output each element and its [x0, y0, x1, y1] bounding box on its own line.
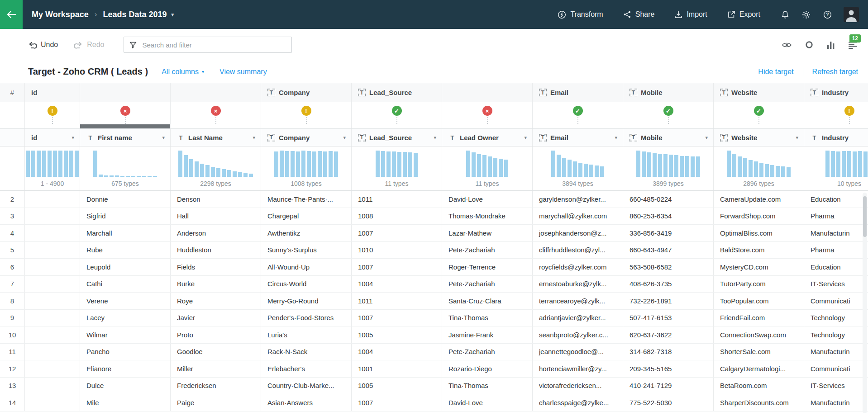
histogram-lead_source[interactable]: 11 types: [352, 147, 442, 190]
histogram-mobile[interactable]: 3899 types: [623, 147, 714, 190]
cell-email[interactable]: hortenciawmiller@zy...: [533, 360, 623, 377]
cell-lead_owner[interactable]: Pete·Zachariah: [442, 276, 533, 293]
target-column-industry[interactable]: TIndustry: [804, 83, 868, 102]
search-input[interactable]: [142, 41, 286, 49]
cell-website[interactable]: MysteryCD.com: [714, 259, 804, 275]
column-header-website[interactable]: TWebsite▾: [714, 129, 804, 146]
cell-email[interactable]: roycfields@zylker.com: [533, 259, 623, 275]
target-column-website[interactable]: TWebsite: [714, 83, 804, 102]
histogram-email[interactable]: 3894 types: [533, 147, 623, 190]
target-column-last_name[interactable]: [171, 83, 261, 102]
cell-lead_owner[interactable]: David·Love: [442, 394, 533, 411]
cell-mobile[interactable]: 410-241-7129: [623, 378, 714, 394]
column-header-lead_owner[interactable]: TLead Owner▾: [442, 129, 533, 146]
cell-company[interactable]: Sunny's·Surplus: [261, 242, 352, 259]
cell-id[interactable]: [25, 394, 80, 411]
cell-first_name[interactable]: Verene: [80, 293, 171, 309]
help-button[interactable]: ?: [823, 10, 832, 19]
chevron-down-icon[interactable]: ▾: [68, 135, 74, 141]
status-ok-icon[interactable]: ✓: [392, 106, 402, 116]
cell-last_name[interactable]: Fredericksen: [171, 378, 261, 394]
cell-id[interactable]: [25, 326, 80, 343]
cell-company[interactable]: Chargepal: [261, 208, 352, 225]
cell-last_name[interactable]: Proto: [171, 326, 261, 343]
cell-lead_source[interactable]: 1005: [352, 378, 442, 394]
chevron-down-icon[interactable]: ▾: [701, 135, 708, 141]
cell-industry[interactable]: Manufacturin: [804, 225, 868, 241]
cell-last_name[interactable]: Anderson: [171, 225, 261, 241]
cell-lead_owner[interactable]: Tina·Thomas: [442, 310, 533, 326]
status-error-icon[interactable]: ×: [211, 106, 221, 116]
data-quality-button[interactable]: [805, 41, 813, 49]
cell-email[interactable]: victorafredericksen...: [533, 378, 623, 394]
status-warning-icon[interactable]: !: [844, 106, 854, 116]
show-columns-button[interactable]: [782, 42, 792, 48]
cell-lead_owner[interactable]: Thomas·Mondrake: [442, 208, 533, 225]
chevron-down-icon[interactable]: ▾: [339, 135, 346, 141]
cell-lead_source[interactable]: 1011: [352, 191, 442, 208]
import-button[interactable]: Import: [672, 10, 710, 19]
cell-mobile[interactable]: 775-522-5030: [623, 394, 714, 411]
cell-industry[interactable]: Technology: [804, 310, 868, 326]
cell-website[interactable]: BetaRoom.com: [714, 378, 804, 394]
cell-mobile[interactable]: 507-417-6153: [623, 310, 714, 326]
cell-lead_owner[interactable]: David·Love: [442, 191, 533, 208]
histogram-id[interactable]: 1 - 4900: [25, 147, 80, 190]
cell-email[interactable]: cliffrhuddleston@zyl...: [533, 242, 623, 259]
cell-mobile[interactable]: 336-856-3419: [623, 225, 714, 241]
cell-lead_source[interactable]: 1005: [352, 326, 442, 343]
notifications-button[interactable]: [781, 10, 789, 19]
cell-website[interactable]: ShorterSale.com: [714, 344, 804, 360]
cell-lead_source[interactable]: 1001: [352, 360, 442, 377]
histogram-first_name[interactable]: 675 types: [80, 147, 171, 190]
cell-mobile[interactable]: 563-508-6582: [623, 259, 714, 275]
cell-lead_owner[interactable]: Pete·Zachariah: [442, 242, 533, 259]
cell-last_name[interactable]: Fields: [171, 259, 261, 275]
target-column-lead_owner[interactable]: [442, 83, 533, 102]
column-header-industry[interactable]: TIndustry▾: [804, 129, 868, 146]
cell-id[interactable]: [25, 360, 80, 377]
cell-id[interactable]: [25, 259, 80, 275]
avatar[interactable]: [844, 7, 859, 22]
cell-industry[interactable]: Education: [804, 259, 868, 275]
column-header-id[interactable]: id▾: [25, 129, 80, 146]
status-error-icon[interactable]: ×: [482, 106, 492, 116]
cell-industry[interactable]: Communicati: [804, 360, 868, 377]
cell-last_name[interactable]: Hall: [171, 208, 261, 225]
cell-website[interactable]: OptimalBliss.com: [714, 225, 804, 241]
scrollbar-thumb[interactable]: [863, 196, 867, 237]
cell-email[interactable]: josephkanderson@z...: [533, 225, 623, 241]
histogram-company[interactable]: 1008 types: [261, 147, 352, 190]
cell-id[interactable]: [25, 225, 80, 241]
cell-first_name[interactable]: Mile: [80, 394, 171, 411]
hide-target-link[interactable]: Hide target: [758, 68, 793, 76]
chevron-down-icon[interactable]: ▾: [249, 135, 255, 141]
view-summary-link[interactable]: View summary: [219, 68, 267, 76]
cell-last_name[interactable]: Paige: [171, 394, 261, 411]
target-column-lead_source[interactable]: TLead_Source: [352, 83, 442, 102]
settings-button[interactable]: [802, 10, 811, 19]
column-header-email[interactable]: TEmail▾: [533, 129, 623, 146]
cell-company[interactable]: Erlebacher's: [261, 360, 352, 377]
cell-email[interactable]: ernestoaburke@zylk...: [533, 276, 623, 293]
cell-email[interactable]: terrancearoye@zylk...: [533, 293, 623, 309]
status-warning-icon[interactable]: !: [48, 106, 57, 116]
cell-lead_owner[interactable]: Lazar·Mathew: [442, 225, 533, 241]
cell-website[interactable]: CameraUpdate.com: [714, 191, 804, 208]
status-ok-icon[interactable]: ✓: [663, 106, 673, 116]
cell-id[interactable]: [25, 191, 80, 208]
refresh-target-link[interactable]: Refresh target: [812, 68, 858, 76]
column-header-company[interactable]: TCompany▾: [261, 129, 352, 146]
chevron-down-icon[interactable]: ▾: [520, 135, 527, 141]
chevron-down-icon[interactable]: ▾: [171, 12, 174, 18]
cell-company[interactable]: Merry-Go-Round: [261, 293, 352, 309]
cell-lead_owner[interactable]: Pete·Zachariah: [442, 344, 533, 360]
pipeline-steps-button[interactable]: 12: [849, 41, 857, 49]
cell-company[interactable]: All·Wound·Up: [261, 259, 352, 275]
cell-email[interactable]: seanbproto@zylker.c...: [533, 326, 623, 343]
cell-website[interactable]: FriendFail.com: [714, 310, 804, 326]
cell-first_name[interactable]: Cathi: [80, 276, 171, 293]
cell-lead_owner[interactable]: Tina·Thomas: [442, 378, 533, 394]
cell-website[interactable]: SharperDiscounts.com: [714, 394, 804, 411]
cell-email[interactable]: marychall@zylker.com: [533, 208, 623, 225]
